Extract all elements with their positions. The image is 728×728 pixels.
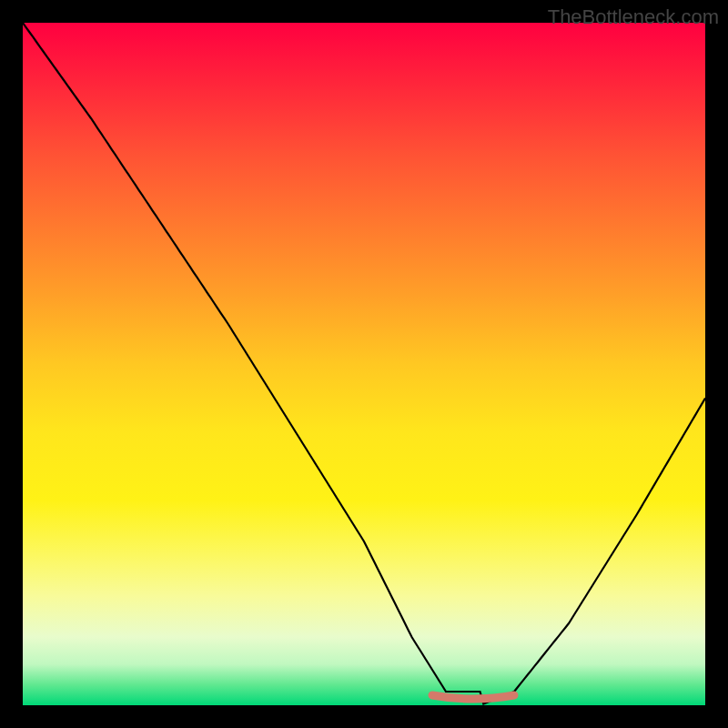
optimal-range-marker (432, 695, 514, 699)
watermark-text: TheBottleneck.com (548, 5, 719, 29)
plot-area (23, 23, 705, 705)
bottleneck-curve (23, 23, 705, 704)
chart-svg (23, 23, 705, 705)
